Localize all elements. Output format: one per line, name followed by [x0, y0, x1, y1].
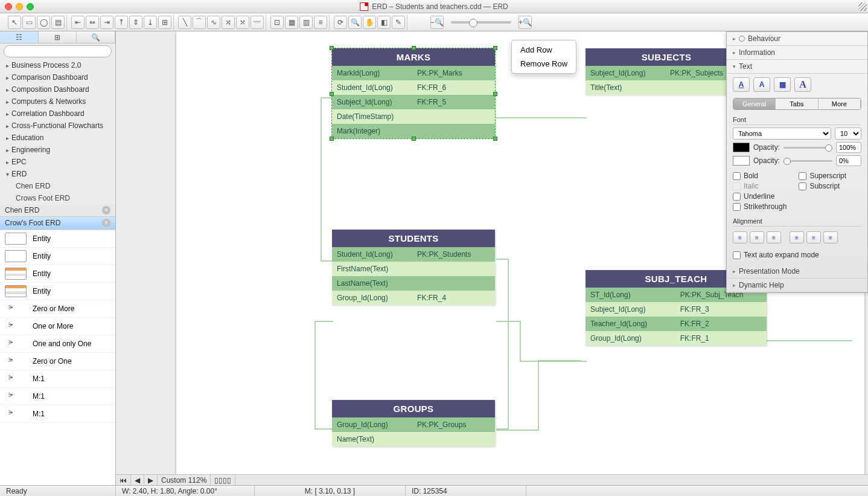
tree-item[interactable]: Composition Dashboard — [0, 83, 115, 95]
shape-zero-or-more[interactable]: Zero or More — [0, 300, 115, 318]
highlight-button[interactable]: A — [753, 77, 770, 92]
sidebar-tab-search[interactable]: 🔍 — [77, 31, 115, 43]
connector-tool[interactable]: ⤭ — [222, 16, 235, 29]
close-icon[interactable]: × — [102, 206, 110, 214]
stroke-swatch[interactable] — [733, 156, 750, 166]
tree-item-erd[interactable]: ERD — [0, 168, 115, 180]
hand-tool[interactable]: ✋ — [363, 16, 376, 29]
align-right-tool[interactable]: ⇥ — [100, 16, 113, 29]
crop-tool[interactable]: ◧ — [377, 16, 391, 29]
inspector-section-presentation[interactable]: Presentation Mode — [727, 265, 867, 279]
tree-item[interactable]: EPC — [0, 156, 115, 168]
tree-item[interactable]: Engineering — [0, 144, 115, 156]
selection-handle[interactable] — [330, 46, 334, 50]
shape-entity[interactable]: Entity — [0, 248, 115, 265]
tree-item[interactable]: Business Process 2,0 — [0, 59, 115, 71]
valign-top-button[interactable]: ≡ — [790, 231, 804, 243]
shape-zero-or-one[interactable]: Zero or One — [0, 353, 115, 370]
inspector-section-text[interactable]: Text — [727, 60, 867, 74]
check-strike[interactable]: Strikethrough — [733, 202, 787, 211]
zoom-display[interactable]: Custom 112% — [158, 475, 211, 486]
ctx-add-row[interactable]: Add Row — [512, 43, 576, 57]
selection-handle[interactable] — [330, 92, 334, 96]
minimize-button[interactable] — [16, 3, 23, 10]
tree-item[interactable]: Correlation Dashboard — [0, 108, 115, 120]
smart-connector-tool[interactable]: ⤱ — [236, 16, 249, 29]
resize-handle-icon[interactable] — [858, 2, 867, 11]
library-tab-crowsfoot[interactable]: Crow's Foot ERD × — [0, 217, 115, 230]
nav-next[interactable]: ▶ — [144, 475, 158, 486]
align-top-tool[interactable]: ⤒ — [115, 16, 128, 29]
check-italic[interactable]: Italic — [733, 182, 787, 190]
ctx-remove-row[interactable]: Remove Row — [512, 57, 576, 71]
zoom-out-button[interactable]: −🔍 — [430, 16, 444, 29]
tab-more[interactable]: More — [819, 98, 861, 109]
align-center-button[interactable]: ≡ — [750, 231, 764, 243]
close-icon[interactable]: × — [102, 219, 110, 227]
tree-item[interactable]: Education — [0, 132, 115, 144]
search-input[interactable] — [4, 45, 112, 57]
zoom-slider[interactable] — [451, 21, 511, 24]
grid-tool[interactable]: ▦ — [285, 16, 298, 29]
zoom-button[interactable] — [27, 3, 34, 10]
layers-tool[interactable]: ≡ — [314, 16, 327, 29]
valign-middle-button[interactable]: ≡ — [806, 231, 821, 243]
nav-prev[interactable]: ◀ — [131, 475, 144, 486]
selection-handle[interactable] — [330, 137, 334, 141]
distribute-tool[interactable]: ⊞ — [158, 16, 171, 29]
entity-groups[interactable]: GROUPS Group_Id(Long)PK:PK_Groups Name(T… — [332, 400, 495, 446]
align-left-button[interactable]: ≡ — [733, 231, 747, 243]
page-thumbs[interactable]: ▯▯▯▯ — [211, 475, 235, 486]
selection-handle[interactable] — [412, 46, 416, 50]
align-bottom-tool[interactable]: ⤓ — [144, 16, 157, 29]
library-tab-chen[interactable]: Chen ERD × — [0, 204, 115, 217]
refresh-tool[interactable]: ⟳ — [334, 16, 347, 29]
tree-item[interactable]: Cross-Functional Flowcharts — [0, 120, 115, 132]
valign-bottom-button[interactable]: ≡ — [823, 231, 838, 243]
zoom-tool[interactable]: 🔍 — [348, 16, 362, 29]
tree-subitem[interactable]: Crows Foot ERD — [0, 192, 115, 204]
rect-tool[interactable]: ▭ — [22, 16, 36, 29]
check-autoexpand[interactable]: Text auto expand mode — [733, 251, 861, 259]
tree-subitem[interactable]: Chen ERD — [0, 180, 115, 192]
fill-swatch[interactable] — [733, 143, 750, 152]
text-color-button[interactable]: A — [733, 77, 750, 92]
edit-tool[interactable]: ✎ — [392, 16, 405, 29]
nav-first[interactable]: ⏮ — [116, 475, 131, 486]
sidebar-tab-grid[interactable]: ⊞ — [39, 31, 77, 43]
check-underline[interactable]: Underline — [733, 192, 787, 201]
inspector-section-dynhelp[interactable]: Dynamic Help — [727, 279, 867, 292]
shape-m1[interactable]: M:1 — [0, 370, 115, 388]
pointer-tool[interactable]: ↖ — [8, 16, 21, 29]
opacity-value[interactable] — [836, 155, 861, 166]
entity-subjects[interactable]: SUBJECTS Subject_Id(Long)PK:PK_Subjects … — [586, 48, 747, 95]
size-select[interactable]: 10 — [835, 127, 861, 140]
tree-item[interactable]: Computers & Networks — [0, 95, 115, 108]
shape-entity[interactable]: Entity — [0, 265, 115, 283]
shape-one-only[interactable]: One and only One — [0, 335, 115, 353]
guides-tool[interactable]: ▥ — [299, 16, 313, 29]
selection-handle[interactable] — [493, 46, 497, 50]
align-middle-tool[interactable]: ⇕ — [129, 16, 142, 29]
curve-tool[interactable]: ∿ — [207, 16, 220, 29]
shape-m1[interactable]: M:1 — [0, 388, 115, 405]
selection-handle[interactable] — [493, 92, 497, 96]
tree-item[interactable]: Comparison Dashboard — [0, 71, 115, 83]
shape-one-or-more[interactable]: One or More — [0, 318, 115, 335]
selection-handle[interactable] — [412, 137, 416, 141]
check-super[interactable]: Superscript — [799, 172, 846, 180]
entity-students[interactable]: STUDENTS Student_Id(Long)PK:PK_Students … — [332, 230, 495, 305]
arc-tool[interactable]: ⌒ — [193, 16, 206, 29]
line-tool[interactable]: ╲ — [178, 16, 191, 29]
opacity-slider[interactable] — [783, 160, 832, 162]
check-sub[interactable]: Subscript — [799, 182, 846, 190]
opacity-value[interactable] — [836, 142, 861, 153]
shape-entity[interactable]: Entity — [0, 230, 115, 248]
font-select[interactable]: Tahoma — [733, 127, 831, 140]
sidebar-tab-tree[interactable]: ☷ — [0, 31, 39, 43]
font-button[interactable]: A — [794, 77, 811, 92]
check-bold[interactable]: Bold — [733, 172, 787, 180]
spline-tool[interactable]: 〰 — [251, 16, 264, 29]
snap-tool[interactable]: ⊡ — [270, 16, 284, 29]
align-left-tool[interactable]: ⇤ — [71, 16, 85, 29]
